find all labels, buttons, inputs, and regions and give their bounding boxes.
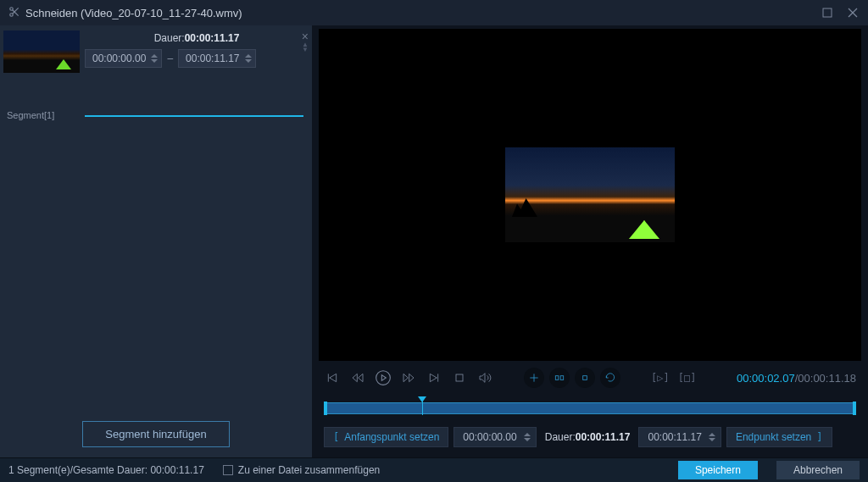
split-icon[interactable] (549, 368, 570, 388)
svg-rect-17 (456, 374, 463, 381)
segment-item[interactable]: × ▲ ▼ Dauer:00:00:11.17 00:00:00.00 – 00… (0, 25, 312, 73)
window-title: Schneiden (Video_20-07-10_11-27-40.wmv) (25, 7, 242, 19)
stepper-down-icon[interactable] (524, 438, 531, 441)
undo-icon[interactable] (600, 368, 620, 388)
set-start-button[interactable]: [Anfangspunkt setzen (324, 427, 448, 447)
stepper-up-icon[interactable] (151, 54, 158, 58)
svg-marker-15 (430, 374, 437, 381)
stepper-down-icon[interactable] (709, 438, 715, 441)
scissors-icon (8, 6, 20, 20)
preview-panel: [▷] [□] 00:00:02.07/00:00:11.18 [Anfangs… (312, 25, 868, 457)
svg-marker-12 (381, 375, 386, 381)
add-marker-icon[interactable] (524, 368, 544, 388)
rewind-icon[interactable] (349, 369, 366, 386)
duration-value: 00:00:11.17 (185, 32, 240, 44)
segment-move-down-icon[interactable]: ▼ (302, 47, 309, 53)
svg-rect-4 (823, 8, 832, 17)
svg-point-11 (376, 371, 391, 385)
segment-panel: × ▲ ▼ Dauer:00:00:11.17 00:00:00.00 – 00… (0, 25, 312, 457)
svg-marker-14 (409, 374, 414, 381)
video-preview (319, 29, 861, 361)
playback-controls: [▷] [□] 00:00:02.07/00:00:11.18 (319, 361, 861, 395)
skip-end-icon[interactable] (426, 369, 442, 386)
range-dash: – (167, 53, 173, 64)
stepper-down-icon[interactable] (245, 59, 252, 63)
forward-icon[interactable] (400, 369, 417, 386)
timeline-in-handle[interactable] (324, 402, 327, 415)
svg-rect-23 (583, 376, 587, 380)
stop-icon[interactable] (451, 369, 468, 386)
merge-checkbox[interactable]: Zu einer Datei zusammenfügen (223, 464, 380, 476)
close-icon[interactable] (846, 6, 860, 19)
skip-start-icon[interactable] (324, 369, 341, 386)
svg-rect-21 (555, 376, 559, 380)
marker-inputs: [Anfangspunkt setzen 00:00:00.00 Dauer:0… (319, 427, 861, 457)
segment-start-input[interactable]: 00:00:00.00 (85, 49, 162, 68)
segment-underline (85, 115, 303, 117)
play-icon[interactable] (375, 369, 392, 386)
svg-marker-10 (359, 374, 363, 381)
stepper-up-icon[interactable] (709, 433, 715, 436)
time-readout: 00:00:02.07/00:00:11.18 (737, 372, 856, 385)
title-bar: Schneiden (Video_20-07-10_11-27-40.wmv) (0, 0, 868, 25)
timeline-out-handle[interactable] (853, 402, 856, 415)
svg-marker-9 (353, 374, 357, 381)
svg-marker-13 (403, 374, 408, 381)
total-time: 00:00:11.18 (798, 372, 856, 385)
volume-icon[interactable] (476, 369, 493, 386)
marker-duration-value: 00:00:11.17 (576, 431, 631, 443)
timeline[interactable] (324, 398, 856, 418)
duration-label: Dauer: (154, 32, 185, 44)
marker-duration-label: Dauer: (545, 431, 576, 443)
preview-frame (505, 147, 675, 242)
save-button[interactable]: Speichern (678, 461, 758, 479)
svg-rect-22 (560, 376, 564, 380)
cancel-button[interactable]: Abbrechen (776, 461, 860, 479)
add-segment-button[interactable]: Segment hinzufügen (82, 421, 229, 447)
segment-end-input[interactable]: 00:00:11.17 (178, 49, 255, 68)
mark-out-icon[interactable]: [□] (678, 372, 697, 384)
svg-marker-8 (330, 374, 337, 381)
maximize-icon[interactable] (821, 6, 834, 19)
start-time-input[interactable]: 00:00:00.00 (453, 427, 536, 447)
svg-marker-18 (480, 374, 485, 383)
delete-marker-icon[interactable] (575, 368, 595, 388)
segment-thumbnail (3, 30, 80, 73)
footer-bar: 1 Segment(e)/Gesamte Dauer: 00:00:11.17 … (0, 457, 868, 482)
stepper-down-icon[interactable] (151, 59, 158, 63)
set-end-button[interactable]: Endpunkt setzen] (726, 427, 832, 447)
status-text: 1 Segment(e)/Gesamte Dauer: 00:00:11.17 (8, 464, 204, 476)
stepper-up-icon[interactable] (524, 433, 531, 436)
current-time: 00:00:02.07 (737, 372, 795, 385)
stepper-up-icon[interactable] (245, 54, 252, 58)
checkbox-icon[interactable] (223, 465, 233, 475)
end-time-input[interactable]: 00:00:11.17 (638, 427, 721, 447)
mark-in-icon[interactable]: [▷] (651, 372, 670, 384)
segment-label: Segment[1] (7, 110, 54, 120)
